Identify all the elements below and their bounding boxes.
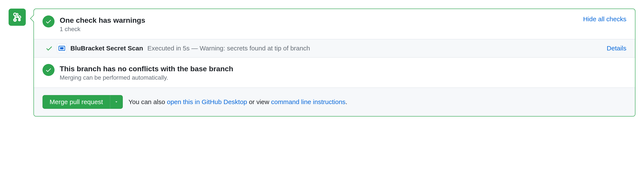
checks-summary-section: One check has warnings 1 check Hide all … [34, 9, 635, 39]
footer-text-middle: or view [247, 98, 271, 105]
svg-rect-4 [60, 47, 64, 49]
check-detail-text: Executed in 5s — Warning: secrets found … [148, 45, 607, 52]
footer-text-suffix: . [346, 98, 347, 105]
merge-footer-text: You can also open this in GitHub Desktop… [128, 98, 347, 106]
svg-point-1 [14, 19, 16, 21]
checks-title: One check has warnings [60, 16, 578, 25]
open-github-desktop-link[interactable]: open this in GitHub Desktop [167, 98, 247, 105]
check-item-row: BluBracket Secret Scan Executed in 5s — … [34, 39, 635, 58]
svg-point-0 [14, 13, 16, 16]
command-line-instructions-link[interactable]: command line instructions [271, 98, 346, 105]
merge-status-box: One check has warnings 1 check Hide all … [34, 8, 636, 116]
svg-point-2 [18, 16, 20, 18]
conflicts-title: This branch has no conflicts with the ba… [60, 64, 626, 74]
check-success-icon [46, 45, 53, 52]
check-circle-icon [42, 16, 54, 28]
conflicts-subtitle: Merging can be performed automatically. [60, 74, 626, 81]
chevron-down-icon [114, 100, 118, 104]
check-app-name: BluBracket Secret Scan [70, 45, 143, 52]
check-app-icon [57, 44, 66, 53]
footer-text-prefix: You can also [128, 98, 167, 105]
git-merge-icon [8, 8, 26, 26]
merge-footer: Merge pull request You can also open thi… [34, 88, 635, 116]
checks-subtitle: 1 check [60, 26, 578, 32]
check-details-link[interactable]: Details [607, 45, 626, 52]
hide-checks-link[interactable]: Hide all checks [583, 16, 626, 23]
merge-pull-request-button[interactable]: Merge pull request [42, 95, 110, 109]
merge-button-group: Merge pull request [42, 95, 123, 109]
conflicts-section: This branch has no conflicts with the ba… [34, 58, 635, 88]
check-circle-icon [42, 64, 54, 76]
merge-options-dropdown[interactable] [110, 95, 123, 109]
